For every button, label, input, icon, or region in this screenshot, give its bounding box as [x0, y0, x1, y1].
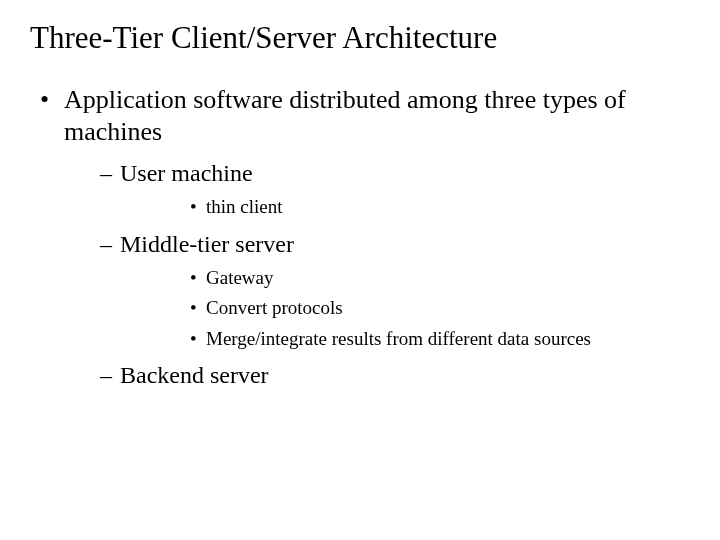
l2-text: User machine: [120, 160, 253, 186]
l2-item: Backend server: [64, 359, 690, 391]
l3-text: thin client: [206, 196, 283, 217]
l3-item: thin client: [120, 193, 690, 222]
slide-title: Three-Tier Client/Server Architecture: [30, 20, 690, 56]
l2-text: Middle-tier server: [120, 231, 294, 257]
slide: Three-Tier Client/Server Architecture Ap…: [0, 0, 720, 540]
l2-text: Backend server: [120, 362, 269, 388]
l1-text: Application software distributed among t…: [64, 85, 626, 147]
l3-item: Merge/integrate results from different d…: [120, 325, 690, 354]
bullet-list-level3: thin client: [120, 193, 690, 222]
l3-item: Convert protocols: [120, 294, 690, 323]
bullet-list-level2: User machine thin client Middle-tier ser…: [64, 157, 690, 392]
bullet-list-level3: Gateway Convert protocols Merge/integrat…: [120, 264, 690, 354]
l3-item: Gateway: [120, 264, 690, 293]
l3-text: Gateway: [206, 267, 274, 288]
l2-item: User machine thin client: [64, 157, 690, 222]
l1-item: Application software distributed among t…: [30, 84, 690, 392]
bullet-list-level1: Application software distributed among t…: [30, 84, 690, 392]
l3-text: Convert protocols: [206, 297, 343, 318]
l3-text: Merge/integrate results from different d…: [206, 328, 591, 349]
l2-item: Middle-tier server Gateway Convert proto…: [64, 228, 690, 354]
